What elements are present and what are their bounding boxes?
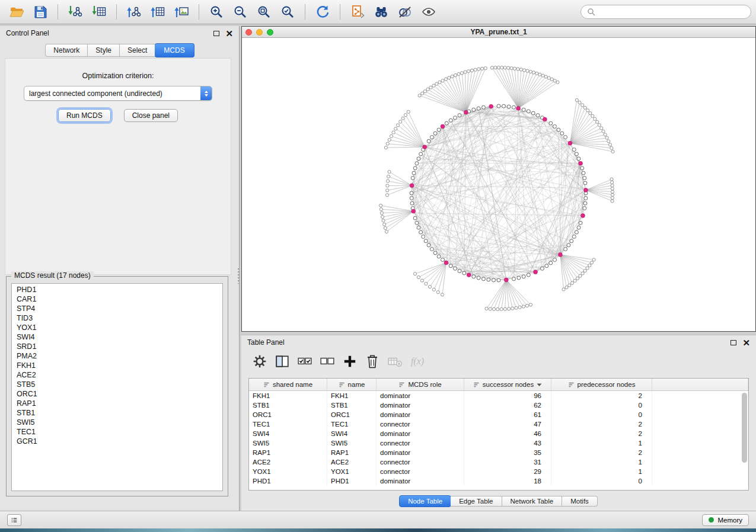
network-node[interactable] (411, 177, 414, 180)
find-button[interactable] (369, 2, 393, 22)
leaf-node[interactable] (379, 208, 382, 211)
leaf-node[interactable] (573, 279, 576, 282)
mcds-node-item[interactable]: STP4 (12, 304, 222, 313)
leaf-node[interactable] (407, 110, 410, 113)
leaf-node[interactable] (470, 69, 473, 72)
leaf-node[interactable] (588, 264, 591, 267)
leaf-node[interactable] (485, 307, 488, 310)
show-columns-button[interactable] (272, 353, 292, 370)
network-node[interactable] (583, 181, 587, 185)
leaf-node[interactable] (494, 66, 497, 69)
network-node[interactable] (449, 264, 452, 268)
mcds-node-item[interactable]: SWI4 (12, 332, 222, 342)
column-header-name[interactable]: name (327, 379, 377, 390)
network-node[interactable] (560, 132, 564, 135)
table-row[interactable]: ACE2ACE2connector311 (249, 457, 748, 467)
network-node[interactable] (419, 230, 423, 234)
network-node[interactable] (582, 171, 585, 175)
leaf-node[interactable] (532, 71, 535, 74)
add-column-button[interactable] (340, 353, 360, 370)
dominator-node[interactable] (543, 117, 547, 121)
network-node[interactable] (424, 239, 428, 243)
leaf-node[interactable] (535, 72, 538, 75)
show-hide-button[interactable] (417, 2, 441, 22)
leaf-node[interactable] (581, 104, 584, 107)
network-node[interactable] (517, 276, 521, 280)
dominator-node[interactable] (489, 104, 493, 108)
leaf-node[interactable] (553, 79, 556, 82)
dominator-node[interactable] (423, 145, 427, 149)
network-node[interactable] (417, 157, 420, 161)
export-image-button[interactable] (170, 2, 193, 22)
leaf-node[interactable] (432, 84, 435, 87)
leaf-node[interactable] (438, 81, 441, 84)
network-node[interactable] (512, 277, 516, 281)
leaf-node[interactable] (565, 286, 568, 289)
leaf-node[interactable] (425, 282, 428, 285)
deselect-all-rows-button[interactable] (317, 353, 337, 370)
leaf-node[interactable] (590, 261, 593, 264)
leaf-node[interactable] (602, 130, 605, 133)
function-builder-button[interactable]: f(x) (407, 353, 428, 370)
network-node[interactable] (482, 105, 486, 109)
dominator-node[interactable] (534, 270, 538, 274)
network-node[interactable] (454, 267, 457, 270)
network-node[interactable] (583, 207, 586, 210)
leaf-node[interactable] (385, 230, 388, 233)
network-node[interactable] (482, 277, 486, 281)
network-node[interactable] (527, 273, 530, 277)
save-session-button[interactable] (28, 2, 52, 22)
dominator-node[interactable] (467, 273, 471, 277)
network-node[interactable] (437, 128, 441, 132)
zoom-in-button[interactable] (205, 2, 228, 22)
leaf-node[interactable] (441, 79, 444, 82)
leaf-node[interactable] (523, 69, 526, 72)
leaf-node[interactable] (460, 72, 463, 75)
tab-node-table[interactable]: Node Table (399, 495, 451, 507)
leaf-node[interactable] (399, 120, 402, 123)
mcds-node-item[interactable]: ORC1 (12, 389, 222, 399)
network-node[interactable] (449, 118, 452, 122)
network-node[interactable] (430, 136, 433, 139)
leaf-node[interactable] (578, 101, 581, 104)
leaf-node[interactable] (387, 180, 390, 182)
leaf-node[interactable] (392, 131, 395, 134)
leaf-node[interactable] (589, 111, 592, 114)
network-node[interactable] (410, 197, 413, 200)
leaf-node[interactable] (383, 223, 386, 226)
leaf-node[interactable] (489, 307, 492, 310)
dominator-node[interactable] (441, 124, 445, 129)
network-node[interactable] (430, 248, 433, 251)
leaf-node[interactable] (586, 267, 589, 270)
leaf-node[interactable] (503, 307, 506, 310)
leaf-node[interactable] (429, 86, 432, 89)
leaf-node[interactable] (394, 127, 397, 130)
network-node[interactable] (549, 261, 553, 265)
network-node[interactable] (522, 275, 525, 278)
mcds-node-item[interactable]: SRD1 (12, 342, 222, 351)
table-row[interactable]: YOX1YOX1connector291 (249, 467, 748, 476)
leaf-node[interactable] (388, 139, 391, 142)
table-row[interactable]: PHD1PHD1dominator180 (249, 476, 748, 486)
node-table[interactable]: shared name name MCDS role successor nod… (248, 378, 749, 491)
network-node[interactable] (579, 221, 582, 225)
export-network-button[interactable] (122, 2, 146, 22)
leaf-node[interactable] (500, 66, 503, 69)
network-node[interactable] (575, 152, 578, 156)
table-row[interactable]: SWI5SWI5connector431 (249, 438, 748, 448)
leaf-node[interactable] (538, 73, 541, 76)
close-panel-icon[interactable]: ✕ (742, 338, 750, 347)
network-node[interactable] (433, 251, 437, 255)
leaf-node[interactable] (610, 146, 613, 149)
leaf-node[interactable] (541, 74, 544, 77)
network-node[interactable] (549, 121, 553, 125)
network-node[interactable] (437, 255, 441, 258)
leaf-node[interactable] (562, 288, 565, 291)
dominator-node[interactable] (581, 214, 585, 218)
leaf-node[interactable] (467, 70, 470, 73)
leaf-node[interactable] (423, 90, 426, 93)
network-node[interactable] (427, 139, 430, 143)
network-node[interactable] (497, 278, 500, 282)
network-node[interactable] (572, 148, 576, 152)
leaf-node[interactable] (611, 193, 614, 196)
